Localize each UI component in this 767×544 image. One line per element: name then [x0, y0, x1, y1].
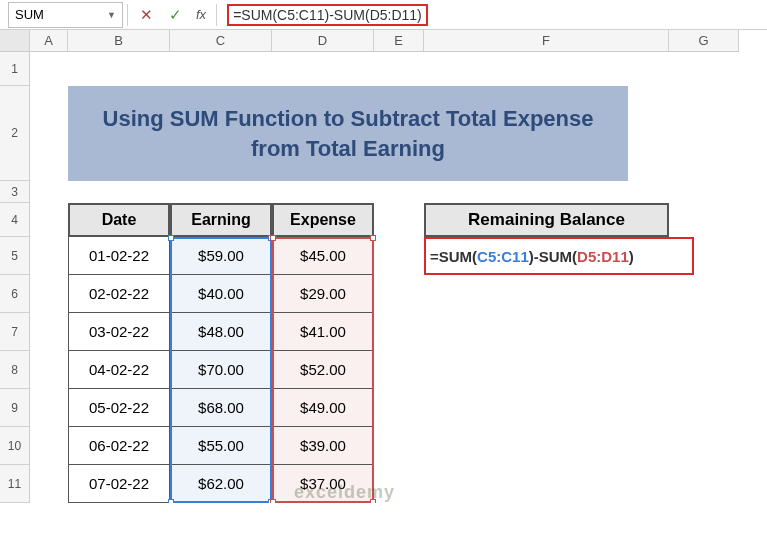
- fx-icon[interactable]: fx: [190, 5, 212, 24]
- page-title: Using SUM Function to Subtract Total Exp…: [68, 86, 628, 181]
- row-header[interactable]: 3: [0, 181, 30, 203]
- row-header[interactable]: 8: [0, 351, 30, 389]
- table-row: 04-02-22$70.00$52.00: [68, 351, 374, 389]
- name-box[interactable]: SUM ▼: [8, 2, 123, 28]
- row-header[interactable]: 9: [0, 389, 30, 427]
- row-header[interactable]: 11: [0, 465, 30, 503]
- watermark: exceldemy EXCEL & VBA • DATA • BI: [294, 482, 446, 503]
- col-header-e[interactable]: E: [374, 30, 424, 52]
- cancel-icon[interactable]: ✕: [132, 4, 161, 26]
- confirm-icon[interactable]: ✓: [161, 4, 190, 26]
- row-header[interactable]: 4: [0, 203, 30, 237]
- header-date[interactable]: Date: [68, 203, 170, 237]
- table-row: 03-02-22$48.00$41.00: [68, 313, 374, 351]
- header-expense[interactable]: Expense: [272, 203, 374, 237]
- active-cell-f5[interactable]: =SUM(C5:C11)-SUM(D5:D11): [424, 237, 694, 275]
- row-header[interactable]: 6: [0, 275, 30, 313]
- header-earning[interactable]: Earning: [170, 203, 272, 237]
- col-header-g[interactable]: G: [669, 30, 739, 52]
- row-header[interactable]: 2: [0, 86, 30, 181]
- table-row: 06-02-22$55.00$39.00: [68, 427, 374, 465]
- row-header[interactable]: 7: [0, 313, 30, 351]
- name-box-value: SUM: [15, 7, 107, 22]
- spreadsheet-grid: A B C D E F G 1 2 3 4 5 6 7 8 9 10 11 Us…: [0, 30, 767, 503]
- col-header-d[interactable]: D: [272, 30, 374, 52]
- chevron-down-icon[interactable]: ▼: [107, 10, 116, 20]
- col-header-b[interactable]: B: [68, 30, 170, 52]
- col-header-a[interactable]: A: [30, 30, 68, 52]
- col-header-f[interactable]: F: [424, 30, 669, 52]
- data-table: Date Earning Expense 01-02-22$59.00$45.0…: [68, 203, 374, 503]
- table-row: 01-02-22$59.00$45.00: [68, 237, 374, 275]
- formula-bar-text: =SUM(C5:C11)-SUM(D5:D11): [227, 4, 428, 26]
- table-row: 05-02-22$68.00$49.00: [68, 389, 374, 427]
- row-header[interactable]: 1: [0, 52, 30, 86]
- formula-bar-area: SUM ▼ ✕ ✓ fx =SUM(C5:C11)-SUM(D5:D11): [0, 0, 767, 30]
- table-row: 02-02-22$40.00$29.00: [68, 275, 374, 313]
- col-header-c[interactable]: C: [170, 30, 272, 52]
- formula-bar-input[interactable]: =SUM(C5:C11)-SUM(D5:D11): [221, 2, 767, 28]
- select-all-corner[interactable]: [0, 30, 30, 52]
- header-balance[interactable]: Remaining Balance: [424, 203, 669, 237]
- row-header[interactable]: 5: [0, 237, 30, 275]
- row-header[interactable]: 10: [0, 427, 30, 465]
